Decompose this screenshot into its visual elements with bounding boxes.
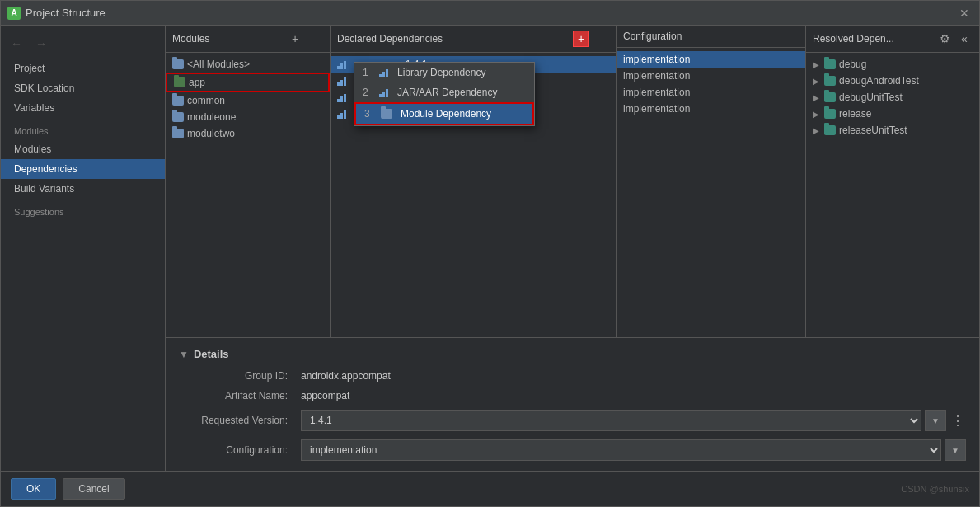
tree-item-release[interactable]: ▶ release bbox=[806, 106, 979, 122]
config-row-4[interactable]: implementation bbox=[617, 101, 805, 117]
details-panel: ▼ Details Group ID: androidx.appcompat A… bbox=[166, 337, 979, 471]
dropdown-item-library[interactable]: 1 Library Dependency bbox=[354, 63, 534, 82]
sidebar-item-variables[interactable]: Variables bbox=[1, 98, 165, 118]
back-arrow[interactable]: ← bbox=[7, 35, 26, 52]
configuration-label: Configuration: bbox=[179, 444, 294, 456]
declared-deps-header: Declared Dependencies + – bbox=[331, 26, 616, 53]
folder-teal-icon bbox=[824, 125, 836, 135]
main-content: ← → Project SDK Location Variables Modul… bbox=[1, 26, 979, 471]
configuration-panel: Configuration implementation implementat… bbox=[617, 26, 806, 337]
details-title: Details bbox=[194, 348, 229, 360]
list-item-common[interactable]: common bbox=[166, 92, 330, 109]
requested-version-select[interactable]: 1.4.1 bbox=[301, 410, 921, 431]
modules-panel-title: Modules bbox=[172, 33, 284, 45]
forward-arrow[interactable]: → bbox=[32, 35, 50, 52]
modules-remove-button[interactable]: – bbox=[307, 31, 323, 47]
tree-arrow: ▶ bbox=[813, 60, 821, 69]
resolved-collapse-button[interactable]: « bbox=[956, 31, 973, 47]
config-title: Configuration bbox=[623, 31, 799, 42]
sidebar-item-sdk-location[interactable]: SDK Location bbox=[1, 78, 165, 98]
modules-panel-header: Modules + – bbox=[166, 26, 330, 53]
version-dropdown-arrow[interactable]: ▼ bbox=[925, 410, 946, 431]
folder-icon bbox=[172, 96, 184, 106]
config-row-2[interactable]: implementation bbox=[617, 68, 805, 84]
requested-version-input-row: 1.4.1 ▼ ⋮ bbox=[301, 410, 966, 431]
requested-version-label: Requested Version: bbox=[179, 415, 294, 426]
dropdown-item-module[interactable]: 3 Module Dependency bbox=[354, 102, 534, 125]
tree-item-debugandroidtest[interactable]: ▶ debugAndroidTest bbox=[806, 73, 979, 89]
tree-arrow: ▶ bbox=[813, 93, 821, 102]
watermark: CSDN @shunsix bbox=[901, 484, 969, 494]
titlebar: A Project Structure ✕ bbox=[1, 1, 979, 26]
config-dropdown-arrow[interactable]: ▼ bbox=[945, 439, 966, 461]
deps-remove-button[interactable]: – bbox=[593, 31, 609, 47]
folder-teal-icon bbox=[824, 92, 836, 102]
project-structure-dialog: A Project Structure ✕ ← → Project SDK Lo… bbox=[0, 0, 980, 507]
modules-panel: Modules + – <All Modules> app bbox=[166, 26, 331, 337]
list-item-all-modules[interactable]: <All Modules> bbox=[166, 56, 330, 73]
folder-icon-dropdown bbox=[381, 109, 392, 119]
section-modules-label: Modules bbox=[1, 118, 165, 139]
resolved-deps-panel: Resolved Depen... ⚙ « ▶ debug ▶ bbox=[806, 26, 979, 337]
tree-item-debugunittest[interactable]: ▶ debugUnitTest bbox=[806, 89, 979, 106]
declared-deps-panel: Declared Dependencies + – 1 Library Depe… bbox=[331, 26, 617, 337]
config-list: implementation implementation implementa… bbox=[617, 48, 805, 337]
tree-arrow: ▶ bbox=[813, 110, 821, 119]
close-button[interactable]: ✕ bbox=[956, 5, 973, 21]
folder-icon bbox=[172, 129, 184, 138]
configuration-input-row: implementation ▼ bbox=[301, 439, 966, 461]
group-id-value: androidx.appcompat bbox=[301, 370, 966, 382]
tree-arrow: ▶ bbox=[813, 77, 821, 86]
declared-deps-title: Declared Dependencies bbox=[337, 33, 570, 45]
middle-panels: Modules + – <All Modules> app bbox=[166, 26, 979, 471]
cancel-button[interactable]: Cancel bbox=[63, 478, 124, 500]
folder-icon bbox=[172, 112, 184, 122]
bar-chart-icon bbox=[379, 68, 391, 77]
group-id-label: Group ID: bbox=[179, 370, 294, 382]
bar-chart-icon bbox=[337, 92, 349, 102]
sidebar-item-project[interactable]: Project bbox=[1, 59, 165, 78]
bar-chart-icon bbox=[337, 76, 349, 86]
details-collapse-arrow[interactable]: ▼ bbox=[179, 349, 189, 360]
folder-teal-icon bbox=[824, 76, 836, 86]
version-edit-button[interactable]: ⋮ bbox=[950, 412, 966, 429]
sidebar-item-build-variants[interactable]: Build Variants bbox=[1, 179, 165, 199]
resolved-title: Resolved Depen... bbox=[813, 33, 933, 45]
bar-chart-icon bbox=[337, 59, 349, 69]
config-row-3[interactable]: implementation bbox=[617, 84, 805, 101]
list-item-moduleone[interactable]: moduleone bbox=[166, 109, 330, 125]
configuration-select[interactable]: implementation bbox=[301, 439, 941, 461]
folder-icon bbox=[172, 59, 184, 69]
list-item-app[interactable]: app bbox=[166, 73, 330, 92]
resolved-header: Resolved Depen... ⚙ « bbox=[806, 26, 979, 53]
bar-chart-icon bbox=[337, 109, 349, 119]
deps-add-button[interactable]: + bbox=[573, 31, 589, 47]
modules-list: <All Modules> app common moduleone bbox=[166, 53, 330, 337]
artifact-name-value: appcompat bbox=[301, 390, 966, 401]
sidebar-item-dependencies[interactable]: Dependencies bbox=[1, 159, 165, 179]
config-row-1[interactable]: implementation bbox=[617, 51, 805, 68]
dialog-title: Project Structure bbox=[26, 7, 956, 19]
resolved-gear-button[interactable]: ⚙ bbox=[936, 31, 953, 47]
bottom-bar: OK Cancel CSDN @shunsix bbox=[1, 471, 979, 506]
sidebar: ← → Project SDK Location Variables Modul… bbox=[1, 26, 166, 471]
resolved-list: ▶ debug ▶ debugAndroidTest ▶ debu bbox=[806, 53, 979, 337]
bar-chart-icon-2 bbox=[379, 87, 391, 97]
tree-item-debug[interactable]: ▶ debug bbox=[806, 56, 979, 73]
artifact-name-label: Artifact Name: bbox=[179, 390, 294, 401]
tree-arrow: ▶ bbox=[813, 126, 821, 135]
sidebar-item-modules[interactable]: Modules bbox=[1, 139, 165, 159]
ok-button[interactable]: OK bbox=[11, 478, 56, 500]
config-header: Configuration bbox=[617, 26, 805, 48]
dropdown-item-jar-aar[interactable]: 2 JAR/AAR Dependency bbox=[354, 82, 534, 102]
modules-add-button[interactable]: + bbox=[287, 31, 303, 47]
top-panels: Modules + – <All Modules> app bbox=[166, 26, 979, 337]
nav-top: ← → bbox=[1, 32, 165, 55]
tree-item-releaseunittest[interactable]: ▶ releaseUnitTest bbox=[806, 122, 979, 138]
list-item-moduletwo[interactable]: moduletwo bbox=[166, 125, 330, 142]
details-header: ▼ Details bbox=[179, 348, 966, 360]
details-grid: Group ID: androidx.appcompat Artifact Na… bbox=[179, 370, 966, 461]
section-suggestions-label: Suggestions bbox=[1, 199, 165, 220]
app-icon: A bbox=[7, 7, 21, 20]
folder-teal-icon bbox=[824, 59, 836, 69]
